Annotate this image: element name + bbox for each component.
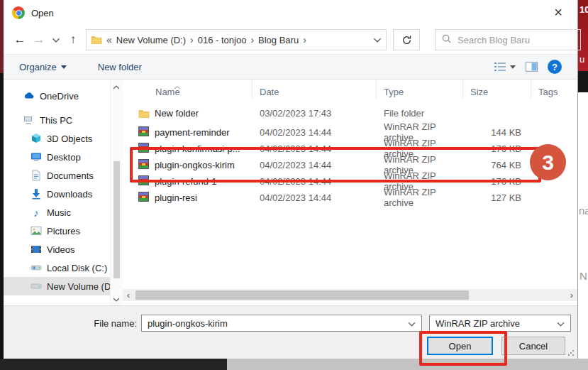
file-row-payment-reminder[interactable]: payment-reminder 04/02/2023 14:44 WinRAR…	[123, 121, 577, 138]
back-button[interactable]: ←	[13, 33, 26, 47]
sidebar-item-label: Downloads	[47, 189, 92, 200]
search-icon	[441, 33, 452, 46]
sidebar-scrollbar[interactable]	[110, 80, 123, 305]
forward-button[interactable]: →	[33, 33, 45, 47]
organize-button[interactable]: Organize	[19, 62, 67, 72]
file-date: 03/02/2023 17:43	[253, 108, 377, 119]
column-header-name[interactable]: Name	[123, 80, 253, 99]
breadcrumb-item[interactable]: New Volume (D:)	[116, 35, 186, 45]
chevron-down-icon	[61, 65, 67, 69]
sidebar-item-local-disk-c[interactable]: Local Disk (C:)	[4, 259, 110, 277]
file-name: payment-reminder	[155, 127, 230, 138]
history-dropdown-icon[interactable]	[52, 38, 60, 43]
file-row-plugin-konfirmasi[interactable]: plugin-konfirmasi-p... 04/02/2023 14:44 …	[123, 138, 577, 154]
column-header-size[interactable]: Size	[463, 80, 531, 99]
sidebar-item-label: OneDrive	[40, 91, 79, 102]
file-row-plugin-ongkos-kirim[interactable]: plugin-ongkos-kirim 04/02/2023 14:44 Win…	[123, 154, 577, 170]
file-date: 04/02/2023 14:44	[253, 192, 377, 203]
search-input[interactable]: Search Blog Baru	[435, 29, 581, 50]
sidebar-item-label: Desktop	[47, 152, 81, 163]
background-text-fragment: u	[579, 54, 584, 65]
winrar-icon	[138, 143, 150, 154]
close-icon[interactable]: ×	[549, 3, 567, 21]
file-name-label: File name:	[93, 318, 137, 329]
file-date: 04/02/2023 14:44	[253, 143, 377, 154]
file-type-value: WinRAR ZIP archive	[436, 318, 520, 329]
help-icon[interactable]: ?	[548, 60, 562, 74]
open-button[interactable]: Open	[427, 337, 493, 355]
this-pc-icon	[23, 114, 35, 126]
sidebar-item-3d-objects[interactable]: 3D Objects	[4, 129, 110, 148]
up-button[interactable]: ↑	[67, 33, 79, 47]
sidebar-item-label: New Volume (D:	[47, 281, 110, 292]
column-header-type[interactable]: Type	[377, 80, 463, 99]
breadcrumb-item[interactable]: Blog Baru	[258, 35, 299, 45]
background-bottom-gray-strip	[227, 359, 588, 370]
scrollbar-track[interactable]	[134, 290, 566, 300]
change-view-button[interactable]	[494, 62, 516, 72]
file-name-row: File name: plugin-ongkos-kirim WinRAR ZI…	[4, 315, 577, 332]
sidebar-item-this-pc[interactable]: This PC	[4, 111, 110, 129]
file-type-select[interactable]: WinRAR ZIP archive	[429, 315, 571, 332]
scroll-up-icon[interactable]	[113, 81, 120, 92]
scroll-left-icon[interactable]: ‹	[123, 290, 134, 300]
file-date: 04/02/2023 14:44	[253, 127, 377, 138]
sidebar-item-music[interactable]: ♪ Music	[4, 203, 110, 222]
sidebar-item-pictures[interactable]: Pictures	[4, 222, 110, 240]
scrollbar-thumb[interactable]	[135, 290, 469, 300]
breadcrumb-separator: ›	[250, 34, 254, 45]
horizontal-scrollbar[interactable]: ‹ ›	[123, 289, 577, 301]
folder-icon	[91, 34, 102, 45]
chrome-icon	[12, 6, 25, 19]
breadcrumb-overflow[interactable]: «	[106, 34, 112, 45]
file-name: New folder	[155, 108, 199, 119]
file-name: plugin-refund-1	[155, 176, 216, 187]
breadcrumb-item[interactable]: 016 - tonjoo	[198, 35, 247, 45]
file-size: 127 KB	[463, 192, 531, 203]
address-bar[interactable]: « New Volume (D:) › 016 - tonjoo › Blog …	[86, 29, 387, 50]
chevron-down-icon	[557, 318, 565, 329]
file-size: 176 KB	[463, 143, 531, 154]
file-row-plugin-resi[interactable]: plugin-resi 04/02/2023 14:44 WinRAR ZIP …	[123, 187, 577, 203]
command-toolbar: Organize New folder ?	[4, 54, 577, 80]
scrollbar-thumb[interactable]	[113, 161, 120, 278]
winrar-icon	[138, 126, 150, 138]
chevron-down-icon	[510, 65, 516, 69]
scroll-right-icon[interactable]: ›	[566, 290, 577, 300]
winrar-icon	[138, 192, 150, 203]
sidebar-item-desktop[interactable]: Desktop	[4, 148, 110, 166]
refresh-button[interactable]	[393, 29, 420, 50]
column-header-tags[interactable]: Tags	[531, 80, 577, 99]
music-icon: ♪	[30, 207, 42, 218]
address-dropdown-icon[interactable]	[373, 38, 382, 43]
sidebar-item-downloads[interactable]: Downloads	[4, 185, 110, 203]
file-name-value: plugin-ongkos-kirim	[148, 318, 228, 329]
file-size: 764 KB	[463, 160, 531, 170]
breadcrumb: « New Volume (D:) › 016 - tonjoo › Blog …	[106, 34, 373, 45]
background-text-fragment: na	[579, 205, 588, 217]
resize-grip-icon[interactable]	[567, 349, 575, 357]
new-folder-button[interactable]: New folder	[98, 62, 142, 72]
file-row-new-folder[interactable]: New folder 03/02/2023 17:43 File folder	[123, 105, 577, 121]
file-row-plugin-refund[interactable]: plugin-refund-1 04/02/2023 14:44 WinRAR …	[123, 170, 577, 187]
sidebar-item-new-volume-d[interactable]: New Volume (D:	[4, 277, 110, 295]
navigation-bar: ← → ↑ « New Volume (D:) › 016 - tonjoo ›…	[4, 26, 577, 54]
desktop-icon	[30, 151, 42, 163]
drive-icon	[30, 281, 42, 292]
file-name-input[interactable]: plugin-ongkos-kirim	[141, 315, 422, 332]
column-label: Tags	[538, 87, 558, 97]
file-list: Name Date Type Size Tags New folder 03/0…	[123, 80, 577, 305]
preview-pane-button[interactable]	[526, 62, 538, 72]
sidebar-item-label: Documents	[47, 170, 94, 181]
sidebar-item-documents[interactable]: Documents	[4, 166, 110, 185]
local-disk-icon	[30, 262, 42, 273]
column-header-date[interactable]: Date	[253, 80, 377, 99]
background-right-strip: 10 u na N	[578, 0, 588, 370]
column-label: Type	[384, 87, 404, 97]
cancel-button[interactable]: Cancel	[501, 337, 565, 355]
chevron-down-icon[interactable]	[408, 318, 416, 329]
scroll-down-icon[interactable]	[113, 293, 120, 304]
sidebar-item-videos[interactable]: Videos	[4, 240, 110, 259]
sidebar-item-onedrive[interactable]: OneDrive	[4, 87, 110, 105]
folder-icon	[138, 108, 150, 119]
